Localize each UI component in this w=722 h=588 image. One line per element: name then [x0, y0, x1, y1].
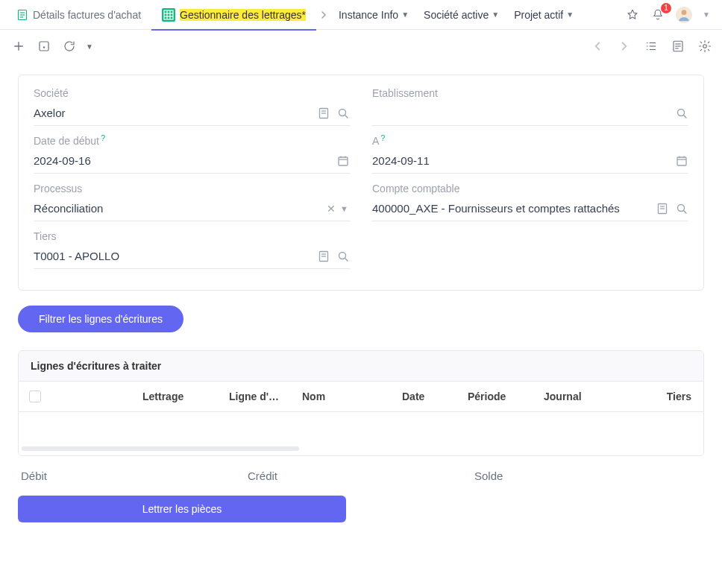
caret-down-icon: ▼: [492, 10, 499, 19]
table-body-empty: [19, 412, 703, 455]
list-view-button[interactable]: [640, 35, 662, 57]
svg-point-10: [682, 10, 687, 15]
search-icon[interactable]: [675, 107, 688, 120]
settings-button[interactable]: [694, 35, 716, 57]
entry-lines-section: Lignes d'écritures à traiter Lettrage Li…: [18, 350, 704, 456]
menu-instance-info[interactable]: Instance Info ▼: [331, 0, 416, 30]
account-label: Compte comptable: [372, 183, 688, 195]
establishment-input[interactable]: [372, 104, 675, 122]
table-header-ligne[interactable]: Ligne d'…: [223, 383, 296, 410]
notifications-button[interactable]: 1: [650, 7, 665, 22]
table-header-journal[interactable]: Journal: [538, 383, 636, 410]
tab-label: Gestionnaire des lettrages*: [180, 9, 306, 21]
grid-icon: [162, 8, 175, 22]
refresh-button[interactable]: [57, 34, 82, 59]
prev-record-button[interactable]: [586, 35, 609, 57]
svg-line-30: [684, 115, 687, 118]
date-from-label: Date de début: [34, 135, 99, 147]
svg-line-48: [345, 258, 348, 261]
user-menu-caret-icon[interactable]: ▼: [703, 10, 710, 19]
search-icon[interactable]: [336, 107, 350, 120]
account-input[interactable]: [372, 199, 656, 218]
filter-lines-button[interactable]: Filtrer les lignes d'écritures: [18, 306, 183, 332]
save-button[interactable]: [31, 34, 57, 59]
svg-point-12: [43, 46, 45, 48]
notification-badge: 1: [661, 3, 671, 13]
tab-purchase-invoice-details[interactable]: Détails factures d'achat: [6, 0, 151, 30]
caret-down-icon: ▼: [401, 10, 409, 19]
svg-point-23: [703, 45, 707, 48]
form-view-button[interactable]: [667, 35, 689, 57]
clear-icon[interactable]: ✕: [327, 203, 336, 215]
svg-rect-5: [164, 10, 173, 19]
establishment-label: Etablissement: [372, 87, 688, 99]
section-title: Lignes d'écritures à traiter: [19, 351, 703, 382]
table-header-blank: [99, 389, 136, 404]
search-icon[interactable]: [675, 202, 688, 215]
horizontal-scrollbar[interactable]: [22, 446, 299, 451]
menu-label: Instance Info: [339, 9, 398, 21]
open-record-icon[interactable]: [317, 250, 330, 263]
new-record-button[interactable]: [6, 34, 31, 59]
table-header-blank: [51, 389, 99, 404]
menu-active-company[interactable]: Société active ▼: [416, 0, 506, 30]
caret-down-icon: ▼: [566, 10, 574, 19]
open-record-icon[interactable]: [656, 202, 669, 215]
svg-rect-11: [40, 42, 48, 51]
favorite-star-icon[interactable]: [625, 7, 640, 22]
date-from-input[interactable]: [34, 151, 336, 170]
more-actions-dropdown[interactable]: ▼: [82, 34, 97, 59]
help-icon[interactable]: ?: [101, 133, 105, 142]
company-label: Société: [34, 87, 350, 99]
help-icon[interactable]: ?: [380, 133, 385, 142]
svg-rect-35: [677, 157, 686, 165]
tab-label: Détails factures d'achat: [33, 9, 141, 21]
svg-point-15: [647, 49, 648, 51]
company-input[interactable]: [34, 104, 317, 122]
total-debit-label: Débit: [21, 470, 248, 482]
user-avatar[interactable]: [676, 7, 692, 23]
table-header-periode[interactable]: Période: [462, 383, 538, 410]
date-to-input[interactable]: [372, 151, 675, 170]
tabs-overflow-icon[interactable]: [316, 10, 331, 19]
partner-label: Tiers: [34, 230, 350, 242]
calendar-icon[interactable]: [336, 154, 350, 168]
select-all-checkbox[interactable]: [29, 391, 41, 402]
filter-form-card: Société Etablissement: [18, 75, 704, 291]
process-select[interactable]: [34, 199, 327, 218]
svg-line-43: [684, 210, 687, 213]
partner-input[interactable]: [34, 247, 317, 265]
table-header-nom[interactable]: Nom: [296, 383, 396, 410]
dropdown-caret-icon[interactable]: ▼: [340, 204, 348, 213]
svg-point-13: [647, 42, 648, 44]
date-to-label: A: [372, 135, 379, 147]
total-credit-label: Crédit: [248, 470, 474, 482]
tab-reconcile-manager[interactable]: Gestionnaire des lettrages*: [151, 0, 316, 30]
table-header-lettrage[interactable]: Lettrage: [136, 383, 223, 410]
menu-label: Projet actif: [514, 9, 563, 21]
table-header-tiers[interactable]: Tiers: [636, 383, 703, 410]
table-header-date[interactable]: Date: [396, 383, 462, 410]
svg-point-14: [647, 45, 648, 47]
menu-label: Société active: [424, 9, 489, 21]
next-record-button[interactable]: [613, 35, 635, 57]
svg-line-28: [345, 115, 348, 118]
calendar-icon[interactable]: [675, 154, 688, 168]
svg-rect-31: [339, 157, 348, 165]
open-record-icon[interactable]: [317, 107, 330, 120]
search-icon[interactable]: [336, 250, 350, 263]
form-icon: [16, 9, 28, 21]
menu-active-project[interactable]: Projet actif ▼: [506, 0, 581, 30]
process-label: Processus: [34, 183, 350, 195]
reconcile-button[interactable]: Lettrer les pièces: [18, 496, 346, 522]
table-header-row: Lettrage Ligne d'… Nom Date Période Jour…: [19, 382, 703, 412]
total-balance-label: Solde: [474, 470, 701, 482]
svg-rect-4: [163, 10, 174, 20]
